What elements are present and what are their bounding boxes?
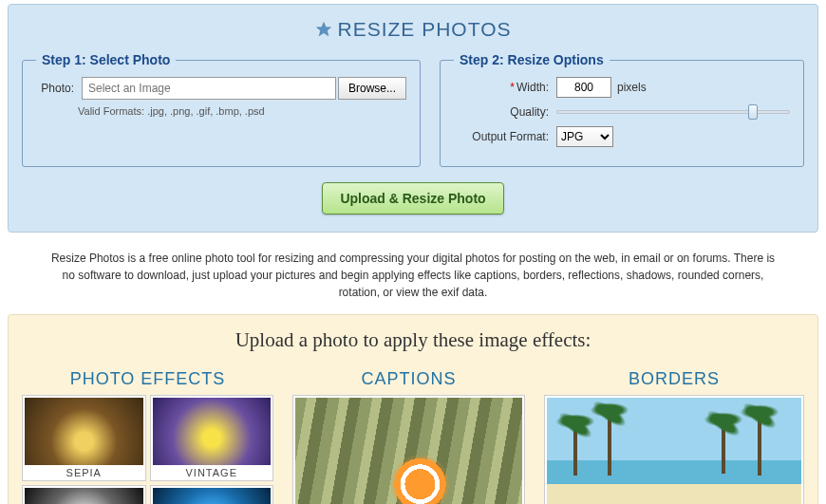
upload-panel: RESIZE PHOTOS Step 1: Select Photo Photo… (8, 4, 818, 233)
photo-label: Photo: (36, 82, 74, 95)
effects-heading: Upload a photo to apply these image effe… (22, 328, 804, 352)
borders-title: BORDERS (544, 369, 804, 389)
effect-thumb-vintage[interactable]: VINTAGE (150, 395, 274, 481)
effect-thumb-sepia[interactable]: SEPIA (22, 395, 146, 481)
pixels-label: pixels (617, 81, 647, 94)
width-label: *Width: (454, 81, 549, 94)
star-icon (315, 20, 332, 43)
width-input[interactable] (556, 77, 611, 98)
captions-title: CAPTIONS (292, 369, 525, 389)
photo-input[interactable] (82, 77, 336, 100)
photo-effects-title: PHOTO EFFECTS (22, 369, 273, 389)
format-select[interactable]: JPG (556, 126, 613, 147)
effects-panel: Upload a photo to apply these image effe… (8, 314, 818, 504)
step1-legend: Step 1: Select Photo (36, 52, 176, 67)
valid-formats-hint: Valid Formats: .jpg, .png, .gif, .bmp, .… (78, 105, 406, 117)
caption-example[interactable]: Clown Fish and Anemone (292, 395, 525, 504)
step1-fieldset: Step 1: Select Photo Photo: Browse... Va… (22, 52, 421, 167)
site-description: Resize Photos is a free online photo too… (47, 250, 779, 301)
border-example[interactable] (544, 395, 804, 504)
effect-thumb-boost[interactable] (150, 485, 274, 504)
svg-marker-0 (316, 23, 330, 36)
browse-button[interactable]: Browse... (338, 77, 406, 100)
upload-resize-button[interactable]: Upload & Resize Photo (322, 182, 503, 215)
site-title: RESIZE PHOTOS (22, 18, 804, 43)
format-label: Output Format: (454, 130, 549, 143)
effect-thumb-bw[interactable] (22, 485, 146, 504)
step2-legend: Step 2: Resize Options (454, 52, 610, 67)
quality-label: Quality: (454, 105, 549, 119)
borders-column: BORDERS (544, 369, 804, 504)
step2-fieldset: Step 2: Resize Options *Width: pixels Qu… (440, 52, 804, 167)
captions-column: CAPTIONS Clown Fish and Anemone (292, 369, 525, 504)
site-title-text: RESIZE PHOTOS (338, 18, 512, 40)
quality-slider[interactable] (556, 103, 790, 121)
photo-effects-column: PHOTO EFFECTS SEPIA VINTAGE (22, 369, 273, 504)
